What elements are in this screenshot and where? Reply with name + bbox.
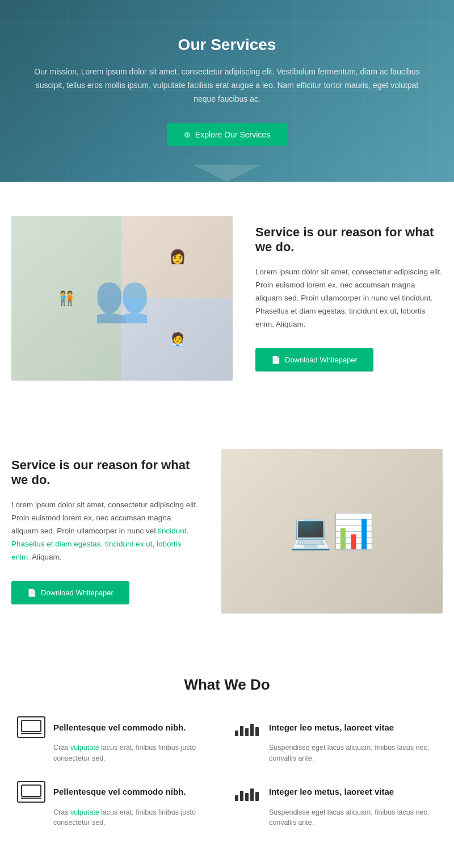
service-title-2: Service is our reason for what we do. — [11, 458, 199, 487]
service-title-1: Service is our reason for what we do. — [255, 225, 443, 254]
svg-rect-2 — [22, 785, 41, 796]
feature-item-1: Pellentesque vel commodo nibh. Cras vulp… — [17, 716, 221, 764]
download-whitepaper-button-2[interactable]: 📄 Download Whitepaper — [11, 581, 129, 604]
what-we-do-section: What We Do Pellentesque vel commodo nibh… — [0, 648, 454, 862]
download-whitepaper-button-1[interactable]: 📄 Download Whitepaper — [255, 348, 373, 372]
laptop-icon-1 — [17, 716, 45, 738]
service-image-1: 🧑‍🤝‍🧑 👩 🧑‍💼 — [11, 216, 233, 381]
chart-bar — [250, 724, 254, 736]
chart-bar — [250, 788, 254, 801]
service-content-1: Service is our reason for what we do. Lo… — [255, 225, 443, 372]
feature-item-2: Integer leo metus, laoreet vitae Suspend… — [233, 716, 437, 764]
feature-item-3: Pellentesque vel commodo nibh. Cras vulp… — [17, 781, 221, 829]
chart-bar — [255, 727, 259, 736]
feature-desc-2: Suspendisse eget lacus aliquam, finibus … — [233, 742, 437, 764]
chart-bar — [245, 793, 249, 801]
laptop-icon-2 — [17, 781, 45, 803]
feature-desc-3: Cras vulputate lacus erat, finibus finib… — [17, 807, 221, 829]
chart-bar — [235, 795, 238, 801]
chart-bar — [235, 731, 238, 736]
meeting-image-2: 💻📊 — [221, 449, 443, 614]
chart-bar — [240, 791, 243, 801]
brands-section: All The Top Brands 🏔 ADVENTURE 🎭 CLOTHIN… — [0, 862, 454, 868]
explore-services-button[interactable]: ⊕ Explore Our Services — [167, 123, 287, 146]
chart-bar — [245, 728, 249, 736]
feature-title-4: Integer leo metus, laoreet vitae — [269, 787, 394, 796]
feature-header-1: Pellentesque vel commodo nibh. — [17, 716, 221, 738]
chart-icon-2 — [233, 781, 261, 803]
chart-bar — [240, 726, 243, 736]
hero-title: Our Services — [178, 36, 276, 54]
chart-icon-1 — [233, 716, 261, 738]
download-icon-2: 📄 — [27, 589, 36, 597]
explore-icon: ⊕ — [184, 130, 191, 139]
what-we-do-title: What We Do — [17, 676, 437, 694]
service-desc-2: Lorem ipsum dolor sit amet, consectetur … — [11, 499, 199, 564]
service-section-2: 💻📊 Service is our reason for what we do.… — [0, 415, 454, 648]
feature-title-2: Integer leo metus, laoreet vitae — [269, 723, 394, 732]
image-panel-1: 🧑‍🤝‍🧑 — [11, 216, 121, 381]
feature-desc-4: Suspendisse eget lacus aliquam, finibus … — [233, 807, 437, 829]
feature-header-2: Integer leo metus, laoreet vitae — [233, 716, 437, 738]
hero-description: Our mission, Lorem ipsum dolor sit amet,… — [34, 65, 420, 106]
feature-title-3: Pellentesque vel commodo nibh. — [53, 787, 186, 796]
hero-section: Our Services Our mission, Lorem ipsum do… — [0, 0, 454, 182]
service-image-2: 💻📊 — [221, 449, 443, 614]
feature-header-3: Pellentesque vel commodo nibh. — [17, 781, 221, 803]
image-panel-3: 🧑‍💼 — [123, 299, 233, 381]
chart-bar — [255, 792, 259, 801]
features-grid: Pellentesque vel commodo nibh. Cras vulp… — [17, 716, 437, 828]
download-icon-1: 📄 — [271, 356, 280, 364]
feature-title-1: Pellentesque vel commodo nibh. — [53, 723, 186, 732]
svg-rect-0 — [22, 720, 41, 732]
service-desc-1: Lorem ipsum dolor sit amet, consectetur … — [255, 266, 443, 331]
service-section-1: 🧑‍🤝‍🧑 👩 🧑‍💼 Service is our reason for wh… — [0, 182, 454, 415]
image-panel-2: 👩 — [123, 216, 233, 298]
feature-header-4: Integer leo metus, laoreet vitae — [233, 781, 437, 803]
service-content-2: Service is our reason for what we do. Lo… — [11, 458, 199, 604]
hero-arrow-decoration — [193, 165, 261, 182]
feature-desc-1: Cras vulputate lacus erat, finibus finib… — [17, 742, 221, 764]
feature-item-4: Integer leo metus, laoreet vitae Suspend… — [233, 781, 437, 829]
